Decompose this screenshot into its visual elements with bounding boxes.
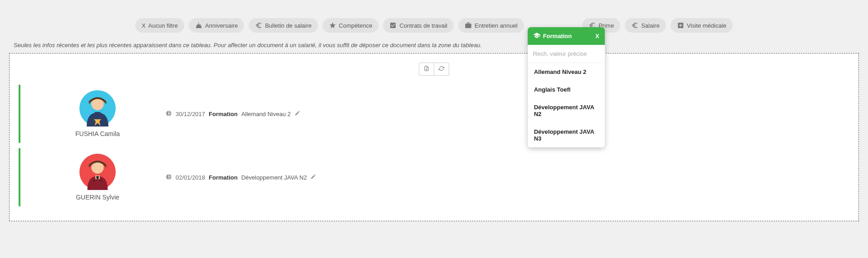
row-details: 02/01/2018 Formation Développement JAVA … xyxy=(166,174,840,181)
filter-chip-salaire[interactable]: Salaire xyxy=(625,18,666,33)
table-row: FUSHIA Camila 30/12/2017 Formation Allem… xyxy=(19,85,849,143)
filter-chip-entretien[interactable]: Entretien annuel xyxy=(458,18,524,33)
pie-chart-icon xyxy=(166,174,172,181)
person-cell: FUSHIA Camila xyxy=(29,90,166,137)
refresh-button[interactable] xyxy=(434,63,449,76)
dropdown-option[interactable]: Développement JAVA N2 xyxy=(528,98,605,123)
filter-bar: X Aucun filtre Anniversaire Bulletin de … xyxy=(0,0,868,42)
filter-label: Contrats de travail xyxy=(399,22,447,29)
table-toolbar xyxy=(19,63,849,76)
filter-chip-visite[interactable]: Visite médicale xyxy=(671,18,733,33)
dropdown-option[interactable]: Anglais Toefl xyxy=(528,81,605,98)
briefcase-icon xyxy=(465,22,472,29)
filter-label: Compétence xyxy=(339,22,373,29)
filter-label: Salaire xyxy=(641,22,659,29)
x-icon: X xyxy=(142,22,146,29)
row-details: 30/12/2017 Formation Allemand Niveau 2 xyxy=(166,110,840,118)
filter-label: Entretien annuel xyxy=(475,22,518,29)
dropdown-title: Formation xyxy=(543,33,572,39)
table-row: GUERIN Sylvie 02/01/2018 Formation Dével… xyxy=(19,148,849,206)
filter-label: Anniversaire xyxy=(205,22,238,29)
dropdown-header: Formation X xyxy=(528,27,605,45)
svg-point-6 xyxy=(93,180,94,181)
graduation-icon xyxy=(533,32,540,40)
star-icon xyxy=(329,22,336,29)
dropdown-close-button[interactable]: X xyxy=(595,33,599,39)
person-cell: GUERIN Sylvie xyxy=(29,154,166,201)
row-value: Développement JAVA N2 xyxy=(241,174,307,181)
filter-label: Aucun filtre xyxy=(148,22,178,29)
edit-icon[interactable] xyxy=(294,110,300,117)
refresh-icon xyxy=(439,66,444,73)
filter-chip-contrats[interactable]: Contrats de travail xyxy=(383,18,454,33)
svg-point-7 xyxy=(100,180,102,181)
dropdown-search-input[interactable] xyxy=(528,45,605,63)
document-arrow-icon xyxy=(424,66,429,73)
filter-chip-none[interactable]: X Aucun filtre xyxy=(135,18,184,33)
row-category: Formation xyxy=(209,111,238,117)
row-category: Formation xyxy=(209,174,238,181)
filter-chip-bulletin[interactable]: Bulletin de salaire xyxy=(249,18,318,33)
dropdown-option[interactable]: Développement JAVA N3 xyxy=(528,123,605,147)
euro-icon xyxy=(631,22,638,29)
person-name: GUERIN Sylvie xyxy=(29,194,166,201)
table-area: FUSHIA Camila 30/12/2017 Formation Allem… xyxy=(9,53,859,221)
edit-icon[interactable] xyxy=(310,174,316,181)
export-button[interactable] xyxy=(419,63,434,76)
medical-icon xyxy=(677,22,684,29)
info-text: Seules les infos récentes et les plus ré… xyxy=(0,42,868,53)
person-name: FUSHIA Camila xyxy=(29,130,166,137)
row-date: 30/12/2017 xyxy=(176,111,205,117)
document-check-icon xyxy=(389,22,397,29)
formation-dropdown: Formation X Allemand Niveau 2 Anglais To… xyxy=(528,27,605,147)
avatar xyxy=(79,90,116,127)
filter-label: Visite médicale xyxy=(687,22,726,29)
row-date: 02/01/2018 xyxy=(176,174,205,181)
filter-label: Bulletin de salaire xyxy=(265,22,312,29)
cake-icon xyxy=(195,22,202,29)
row-value: Allemand Niveau 2 xyxy=(241,111,291,117)
avatar xyxy=(79,154,116,190)
euro-icon xyxy=(255,22,262,29)
filter-chip-formation-anchor: Formation Formation X Allemand Niveau 2 … xyxy=(529,18,578,33)
pie-chart-icon xyxy=(166,110,172,118)
svg-rect-2 xyxy=(95,112,101,116)
filter-chip-anniversaire[interactable]: Anniversaire xyxy=(189,18,244,33)
filter-chip-competence[interactable]: Compétence xyxy=(323,18,379,33)
dropdown-option[interactable]: Allemand Niveau 2 xyxy=(528,63,605,81)
